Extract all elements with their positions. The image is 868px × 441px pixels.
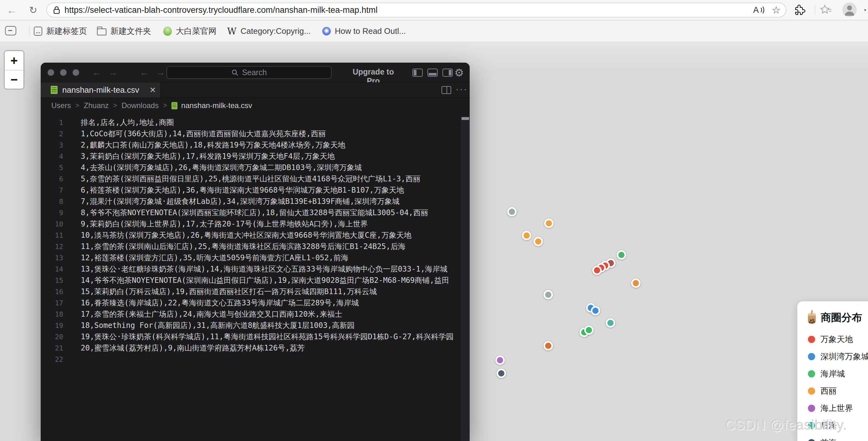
nav-back-icon[interactable]: ← — [140, 67, 149, 78]
code-line: 9 8,爷爷不泡茶NOYEYENOTEA(深圳西丽宝能环球汇店),18,留仙大道… — [41, 207, 461, 218]
line-number: 9 — [41, 209, 80, 217]
address-bar[interactable]: https://select-vatican-blah-controversy.… — [46, 2, 786, 18]
history-back-icon[interactable]: ← — [92, 67, 101, 78]
read-aloud-icon[interactable]: A — [753, 5, 765, 16]
window-zoom-button[interactable] — [72, 69, 79, 76]
legend-item: 前海 — [808, 437, 868, 441]
breadcrumb-downloads[interactable]: Downloads — [121, 101, 159, 110]
back-button[interactable]: ← — [5, 3, 19, 17]
bookmark-new-tab[interactable]: 新建标签页 — [34, 20, 87, 42]
folder-icon — [97, 29, 106, 35]
map-marker[interactable] — [544, 341, 553, 351]
profile-avatar[interactable] — [842, 2, 857, 17]
favorite-star-icon[interactable]: ☆ — [772, 5, 781, 15]
legend-item: 西丽 — [808, 386, 868, 396]
lock-icon — [53, 6, 60, 14]
line-number: 6 — [41, 175, 80, 183]
legend-color-dot — [808, 439, 815, 441]
layout-right-panel-icon[interactable] — [442, 68, 453, 77]
zoom-in-button[interactable]: + — [5, 51, 24, 70]
line-number: 13 — [41, 254, 80, 262]
code-editor[interactable]: 1 排名,店名,人均,地址,商圈 2 1,CoCo都可(366大街店),14,西… — [41, 117, 461, 365]
code-line: 13 12,裕莲茶楼(深圳壹方汇店),35,听海大道5059号前海壹方汇A座L1… — [41, 252, 461, 263]
cabbage-icon — [163, 27, 172, 36]
bookmark-label: 新建标签页 — [46, 26, 87, 37]
scrollbar-thumb[interactable] — [462, 117, 469, 120]
code-line: 7 6,裕莲茶楼(深圳万象天地店),36,粤海街道深南大道9668号华润城万象天… — [41, 184, 461, 196]
window-minimize-button[interactable] — [60, 69, 67, 76]
map-marker[interactable] — [497, 369, 506, 378]
bookmarks-divider — [29, 26, 30, 36]
bookmark-new-folder[interactable]: 新建文件夹 — [97, 20, 151, 42]
line-text: 16,眷茶臻选(海岸城店),22,粤海街道文心五路33号海岸城广场二层289号,… — [80, 297, 461, 308]
map-marker[interactable] — [584, 325, 594, 335]
refresh-button[interactable]: ↻ — [26, 3, 40, 17]
legend-color-dot — [808, 353, 815, 360]
breadcrumb-zhuanz[interactable]: Zhuanz — [84, 101, 109, 110]
url-text: https://select-vatican-blah-controversy.… — [64, 5, 753, 15]
tab-nanshan-milk-tea-csv[interactable]: nanshan-milk-tea.csv ✕ — [41, 82, 160, 97]
code-line: 6 5,奈雪的茶(深圳西丽益田假日里店),25,桃源街道平山社区留仙大道4168… — [41, 173, 461, 184]
line-number: 15 — [41, 276, 80, 285]
bookmark-dabaicai[interactable]: 大白菜官网 — [163, 20, 217, 42]
wikipedia-w-icon: W — [227, 26, 237, 37]
breadcrumb-separator: > — [75, 101, 80, 110]
code-line: 17 16,眷茶臻选(海岸城店),22,粤海街道文心五路33号海岸城广场二层28… — [41, 297, 461, 308]
bookmark-how-to-read[interactable]: ✦ How to Read Outl... — [322, 20, 406, 42]
breadcrumb-users[interactable]: Users — [51, 101, 71, 110]
legend-label: 海上世界 — [820, 403, 853, 414]
more-options-icon[interactable]: ··· — [456, 84, 468, 94]
bookmark-label: Category:Copyrig... — [241, 26, 311, 36]
layout-left-panel-icon[interactable] — [412, 68, 423, 77]
line-number: 22 — [41, 355, 80, 363]
window-close-button[interactable] — [48, 69, 54, 76]
zoom-out-button[interactable]: − — [5, 70, 24, 89]
editor-search-box[interactable]: Search — [166, 66, 332, 79]
line-text: 5,奈雪的茶(深圳西丽益田假日里店),25,桃源街道平山社区留仙大道4168号众… — [80, 173, 461, 184]
history-forward-icon[interactable]: → — [108, 67, 118, 78]
sidebar-toggle-icon[interactable] — [5, 26, 16, 35]
csdn-watermark: CSDN @feasibility. — [725, 417, 847, 433]
gear-icon[interactable]: ⚙ — [454, 66, 464, 79]
code-line: 19 18,Something For(高新园店),31,高新南六道8航盛科技大… — [41, 320, 461, 331]
svg-text:A: A — [753, 5, 759, 15]
screen: + − 商圈分布 万象天地 深圳湾万象城 海岸城 — [0, 0, 868, 441]
editor-scrollbar[interactable] — [461, 117, 470, 441]
map-marker[interactable] — [522, 231, 531, 240]
tab-close-icon[interactable]: ✕ — [150, 86, 156, 95]
map-marker[interactable] — [544, 218, 554, 228]
blue-gem-icon: ✦ — [322, 27, 331, 35]
map-marker[interactable] — [606, 318, 615, 328]
extensions-puzzle-icon[interactable] — [793, 3, 807, 17]
line-text: 18,Something For(高新园店),31,高新南六道8航盛科技大厦1层… — [80, 320, 461, 331]
bookmark-wikipedia-category[interactable]: W Category:Copyrig... — [227, 20, 311, 42]
map-marker[interactable] — [591, 306, 600, 315]
line-number: 17 — [41, 299, 80, 307]
split-editor-icon[interactable] — [441, 86, 451, 94]
map-marker[interactable] — [544, 290, 553, 299]
map-marker[interactable] — [592, 266, 602, 275]
line-number: 12 — [41, 243, 80, 251]
line-number: 20 — [41, 333, 80, 341]
map-marker[interactable] — [495, 355, 505, 365]
line-text: 13,煲珠公·老红糖珍珠奶茶(海岸城),14,海街道海珠社区文心五路33号海岸城… — [80, 263, 461, 275]
breadcrumb-file[interactable]: nanshan-milk-tea.csv — [172, 101, 252, 110]
line-number: 18 — [41, 311, 80, 318]
code-line: 12 11,奈雪的茶(深圳南山后海汇店),25,粤海街道海珠社区后海滨路3288… — [41, 241, 461, 252]
bubble-tea-icon — [808, 313, 816, 324]
map-marker[interactable] — [507, 207, 517, 216]
map-marker[interactable] — [533, 237, 543, 246]
code-line: 10 9,茉莉奶白(深圳海上世界店),17,太子路20-17号(海上世界地铁站A… — [41, 218, 461, 230]
map-marker[interactable] — [631, 278, 641, 288]
nav-forward-icon[interactable]: → — [156, 67, 165, 78]
layout-bottom-panel-icon[interactable] — [427, 68, 438, 77]
line-text: 7,混果汁(深圳湾万象城·超级食材Lab店),34,深圳湾万象城B139E+B1… — [80, 196, 461, 207]
code-line: 22 — [41, 354, 461, 365]
line-number: 5 — [41, 164, 80, 172]
map-marker[interactable] — [617, 250, 626, 260]
legend-label: 前海 — [820, 437, 837, 441]
line-text: 12,裕莲茶楼(深圳壹方汇店),35,听海大道5059号前海壹方汇A座L1-05… — [80, 252, 461, 263]
editor-titlebar[interactable]: ← → ← → Search Upgrade to Pro ⚙ — [41, 63, 470, 82]
legend-item: 万象天地 — [808, 334, 868, 345]
collections-icon[interactable] — [819, 3, 833, 17]
